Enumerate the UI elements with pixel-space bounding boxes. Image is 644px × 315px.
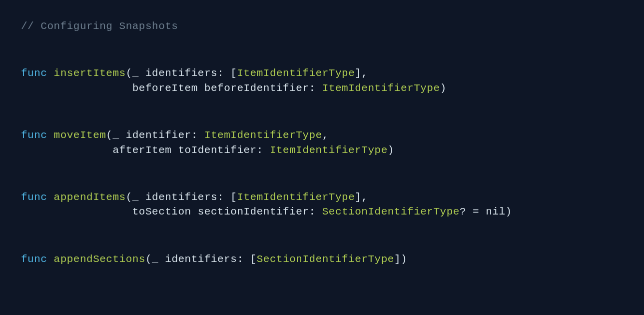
type-sectionidentifier: SectionIdentifierType — [257, 254, 394, 265]
params-suffix: ]) — [394, 254, 407, 265]
params-suffix: ? = nil) — [460, 206, 512, 218]
param-label: toSection sectionIdentifier: — [132, 206, 322, 218]
func-moveitem-line1: func moveItem(_ identifier: ItemIdentifi… — [21, 128, 623, 142]
func-name: appendSections — [54, 254, 145, 265]
type-itemidentifier: ItemIdentifierType — [237, 68, 355, 79]
func-appenditems-line2: toSection sectionIdentifier: SectionIden… — [21, 204, 623, 219]
type-itemidentifier: ItemIdentifierType — [270, 144, 388, 156]
params-prefix: (_ identifiers: [ — [126, 68, 237, 79]
params-suffix: ) — [440, 82, 447, 94]
param-label: afterItem toIdentifier: — [112, 144, 269, 156]
params-suffix: ], — [355, 68, 368, 79]
params-suffix: ], — [355, 192, 368, 203]
func-appendsections-line1: func appendSections(_ identifiers: [Sect… — [21, 252, 623, 266]
func-appenditems-line1: func appendItems(_ identifiers: [ItemIde… — [21, 190, 623, 204]
type-itemidentifier: ItemIdentifierType — [322, 82, 440, 94]
keyword-func: func — [21, 130, 47, 141]
func-name: insertItems — [54, 68, 126, 79]
keyword-func: func — [21, 68, 47, 79]
keyword-func: func — [21, 192, 47, 203]
params-suffix: , — [322, 130, 329, 141]
params-prefix: (_ identifiers: [ — [126, 192, 237, 203]
func-insertitems-line2: beforeItem beforeIdentifier: ItemIdentif… — [21, 81, 623, 96]
indent — [21, 82, 132, 94]
spacer — [21, 158, 623, 190]
func-insertitems-line1: func insertItems(_ identifiers: [ItemIde… — [21, 66, 623, 80]
type-sectionidentifier: SectionIdentifierType — [322, 206, 460, 218]
params-prefix: (_ identifiers: [ — [145, 254, 257, 265]
comment-line: // Configuring Snapshots — [21, 19, 623, 34]
params-suffix: ) — [388, 144, 394, 156]
func-name: moveItem — [54, 130, 106, 141]
keyword-func: func — [21, 254, 47, 265]
type-itemidentifier: ItemIdentifierType — [237, 192, 355, 203]
comment-text: // Configuring Snapshots — [21, 20, 178, 32]
indent — [21, 144, 112, 156]
params-prefix: (_ identifier: — [106, 130, 204, 141]
type-itemidentifier: ItemIdentifierType — [204, 130, 322, 141]
spacer — [21, 34, 623, 66]
param-label: beforeItem beforeIdentifier: — [132, 82, 322, 94]
func-name: appendItems — [54, 192, 126, 203]
func-moveitem-line2: afterItem toIdentifier: ItemIdentifierTy… — [21, 143, 623, 158]
spacer — [21, 96, 623, 128]
spacer — [21, 220, 623, 252]
indent — [21, 206, 132, 218]
